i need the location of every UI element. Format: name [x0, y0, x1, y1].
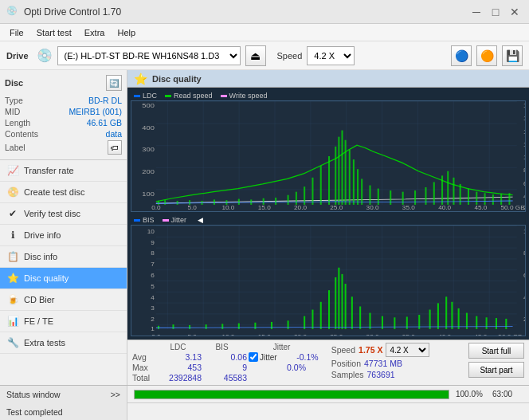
- samples-value: 763691: [367, 370, 395, 379]
- speed-combo-stats[interactable]: 4.2 X: [386, 343, 429, 357]
- completed-text: Test completed: [6, 407, 63, 417]
- sidebar-item-create-test-disc[interactable]: 📀 Create test disc: [0, 182, 127, 203]
- jitter-checkbox[interactable]: [249, 352, 258, 362]
- svg-rect-56: [425, 187, 426, 205]
- eject-button[interactable]: ⏏: [245, 45, 266, 66]
- svg-text:30.0: 30.0: [366, 334, 379, 336]
- app-title: Opti Drive Control 1.70: [24, 6, 468, 18]
- svg-rect-98: [206, 324, 207, 329]
- progress-container: 100.0% 63:00: [127, 390, 529, 399]
- legend-write-speed: Write speed: [221, 92, 268, 100]
- svg-rect-37: [288, 195, 289, 205]
- svg-rect-119: [429, 310, 431, 329]
- svg-rect-117: [406, 316, 408, 328]
- svg-text:3: 3: [151, 305, 155, 312]
- drive-info-icon: ℹ: [6, 229, 19, 241]
- action-buttons: Start full Start part: [468, 343, 524, 378]
- disc-length-row: Length 46.61 GB: [5, 118, 122, 128]
- menu-extra[interactable]: Extra: [78, 26, 112, 39]
- svg-text:4X: 4X: [523, 194, 525, 200]
- svg-rect-50: [361, 179, 362, 204]
- svg-rect-96: [172, 324, 174, 329]
- svg-rect-101: [254, 323, 256, 329]
- window-controls: ─ □ ✕: [468, 4, 523, 20]
- svg-rect-122: [451, 302, 453, 329]
- svg-text:5.0: 5.0: [187, 205, 196, 211]
- cd-bier-icon: 🍺: [6, 293, 19, 306]
- sidebar-item-label: Extra tests: [24, 338, 65, 347]
- svg-rect-109: [338, 268, 339, 329]
- sidebar-item-disc-info[interactable]: 📋 Disc info: [0, 246, 127, 268]
- maximize-button[interactable]: □: [488, 4, 504, 20]
- sidebar-item-fe-te[interactable]: 📊 FE / TE: [0, 311, 127, 332]
- svg-text:25.0: 25.0: [330, 205, 343, 211]
- legend-jitter: Jitter: [163, 216, 187, 224]
- sidebar-item-disc-quality[interactable]: ⭐ Disc quality: [0, 268, 127, 289]
- sidebar-item-extra-tests[interactable]: 🔧 Extra tests: [0, 332, 127, 354]
- transfer-rate-icon: 📈: [6, 164, 19, 177]
- svg-text:10: 10: [147, 229, 155, 235]
- svg-rect-127: [496, 318, 497, 329]
- svg-rect-116: [394, 317, 395, 329]
- sidebar-item-label: Disc info: [24, 252, 57, 261]
- verify-test-disc-icon: ✔: [6, 207, 19, 220]
- minimize-button[interactable]: ─: [468, 4, 484, 20]
- svg-text:10.0: 10.0: [221, 334, 234, 336]
- status-window-button[interactable]: Status window >>: [0, 386, 127, 403]
- drive-label: Drive: [6, 51, 29, 61]
- svg-text:40.0: 40.0: [438, 334, 451, 336]
- status-area: Status window >> 100.0% 63:00 Test compl…: [0, 385, 529, 420]
- svg-rect-128: [505, 319, 507, 329]
- toolbar-btn-2[interactable]: 🟠: [476, 45, 497, 66]
- progress-bar-fill: [135, 391, 449, 398]
- sidebar-item-drive-info[interactable]: ℹ Drive info: [0, 225, 127, 246]
- svg-text:6%: 6%: [523, 273, 525, 279]
- avg-bis: 0.06: [203, 352, 247, 362]
- svg-rect-28: [177, 201, 178, 205]
- create-test-disc-icon: 📀: [6, 186, 19, 198]
- toolbar-btn-1[interactable]: 🔵: [451, 45, 472, 66]
- svg-text:10.0: 10.0: [221, 205, 234, 211]
- close-button[interactable]: ✕: [507, 4, 523, 20]
- disc-refresh-button[interactable]: 🔄: [106, 75, 122, 91]
- toolbar-btn-save[interactable]: 💾: [502, 45, 523, 66]
- quality-icon: ⭐: [134, 73, 147, 85]
- stats-bar: LDC BIS Jitter Avg 3.13 0.06 Jitter -0.1…: [127, 340, 529, 385]
- drive-select[interactable]: (E:) HL-DT-ST BD-RE WH16NS48 1.D3: [57, 46, 241, 65]
- disc-length-value: 46.61 GB: [87, 118, 122, 128]
- svg-text:30.0: 30.0: [366, 205, 379, 211]
- sidebar-item-cd-bier[interactable]: 🍺 CD Bier: [0, 289, 127, 311]
- svg-rect-105: [312, 310, 313, 329]
- start-part-button[interactable]: Start part: [468, 362, 524, 378]
- svg-text:18X: 18X: [523, 103, 525, 109]
- main-area: Disc 🔄 Type BD-R DL MID MEIRB1 (001) Len…: [0, 70, 529, 385]
- start-full-button[interactable]: Start full: [468, 343, 524, 359]
- svg-rect-100: [238, 324, 240, 329]
- svg-rect-65: [492, 194, 494, 205]
- menu-file[interactable]: File: [3, 26, 30, 39]
- svg-text:40.0: 40.0: [438, 205, 451, 211]
- svg-text:4%: 4%: [523, 294, 525, 300]
- disc-mid-label: MID: [5, 107, 20, 116]
- svg-rect-111: [345, 284, 347, 329]
- svg-text:500: 500: [142, 102, 155, 109]
- sidebar-item-verify-test-disc[interactable]: ✔ Verify test disc: [0, 203, 127, 225]
- max-bis: 9: [203, 363, 247, 372]
- svg-rect-63: [476, 192, 477, 205]
- svg-rect-44: [338, 137, 339, 205]
- progress-time: 63:00: [492, 390, 523, 398]
- legend-jitter-label: Jitter: [171, 216, 187, 224]
- menu-help[interactable]: Help: [111, 26, 142, 39]
- menu-bar: File Start test Extra Help: [0, 24, 529, 41]
- sidebar-item-transfer-rate[interactable]: 📈 Transfer rate: [0, 160, 127, 182]
- disc-label-button[interactable]: 🏷: [108, 140, 122, 155]
- svg-text:10X: 10X: [523, 155, 525, 161]
- speed-select[interactable]: 4.2 X: [307, 46, 355, 65]
- disc-type-row: Type BD-R DL: [5, 96, 122, 105]
- svg-rect-60: [453, 178, 454, 205]
- status-window-chevrons: >>: [111, 390, 120, 399]
- ldc-dot: [134, 95, 140, 97]
- svg-rect-35: [263, 198, 264, 205]
- menu-start-test[interactable]: Start test: [30, 26, 78, 39]
- svg-rect-27: [164, 200, 166, 205]
